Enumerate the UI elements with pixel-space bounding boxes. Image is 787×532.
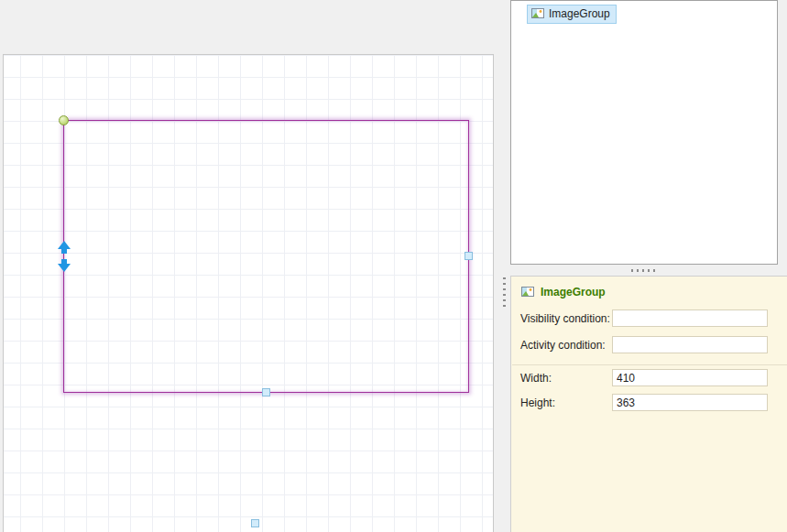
activity-condition-row: Activity condition: [520,336,787,354]
tree-item-imagegroup[interactable]: ImageGroup [527,5,617,24]
vertical-splitter[interactable] [494,0,510,532]
selection-bottom-handle[interactable] [262,388,270,396]
activity-condition-label: Activity condition: [520,339,606,352]
image-group-icon [520,285,535,299]
height-input[interactable] [612,394,768,411]
height-label: Height: [520,396,555,409]
vertical-splitter-grip-icon[interactable] [503,277,506,310]
width-label: Width: [520,372,552,385]
properties-title: ImageGroup [541,286,606,299]
properties-divider [512,364,787,365]
imagegroup-element-selection[interactable] [63,120,469,393]
image-group-icon [530,6,545,21]
design-canvas[interactable] [3,54,494,532]
height-row: Height: [520,394,787,412]
activity-condition-input[interactable] [612,336,768,353]
width-input[interactable] [612,369,768,386]
form-designer-window: ImageGroup ImageGroup Visibility conditi… [0,0,787,532]
selection-corner-handle[interactable] [59,115,69,125]
properties-header: ImageGroup [520,285,606,299]
page-bottom-handle[interactable] [251,519,259,527]
vertical-resize-arrows-icon[interactable] [57,241,71,272]
horizontal-splitter-grip-icon[interactable] [631,269,657,272]
visibility-condition-input[interactable] [612,309,768,327]
visibility-condition-row: Visibility condition: [520,309,787,328]
element-tree-panel: ImageGroup [510,0,778,265]
tree-item-label: ImageGroup [549,7,610,20]
selection-right-handle[interactable] [465,252,473,260]
horizontal-splitter[interactable] [510,265,778,276]
visibility-condition-label: Visibility condition: [520,312,610,325]
width-row: Width: [520,369,787,387]
properties-panel: ImageGroup Visibility condition: Activit… [510,276,787,532]
